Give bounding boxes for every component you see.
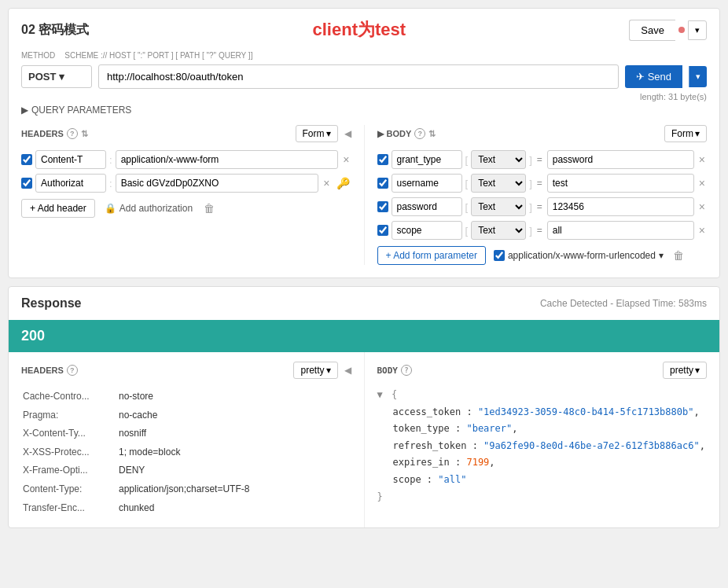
resp-header-key-5: X-Frame-Opti... <box>23 462 117 480</box>
body-2-value[interactable] <box>547 174 694 193</box>
body-trash-icon[interactable]: 🗑 <box>671 248 686 263</box>
send-button[interactable]: ✈ Send <box>625 65 682 88</box>
header-1-checkbox[interactable] <box>21 154 32 165</box>
json-line-token-type: token_type : "bearer", <box>393 421 708 438</box>
api-title: client为test <box>89 18 629 42</box>
body-3-delete-icon[interactable]: × <box>697 199 707 215</box>
url-input[interactable] <box>98 64 619 89</box>
body-3-key[interactable] <box>392 197 462 216</box>
body-info-icon[interactable]: ? <box>414 128 425 139</box>
body-2-checkbox[interactable] <box>377 178 388 189</box>
header-2-checkbox[interactable] <box>21 178 32 189</box>
form-chevron-icon: ▾ <box>326 128 331 139</box>
add-header-button[interactable]: + Add header <box>21 199 95 218</box>
json-line-expires-in: expires_in : 7199, <box>393 454 708 472</box>
headers-collapse-icon[interactable]: ◀ <box>344 128 351 139</box>
json-val-scope: "all" <box>438 474 466 485</box>
query-params-toggle[interactable]: ▶ QUERY PARAMETERS <box>21 105 707 116</box>
encoding-checkbox[interactable] <box>494 250 505 261</box>
body-form-btn[interactable]: Form ▾ <box>664 125 707 142</box>
resp-headers-pretty-btn[interactable]: pretty ▾ <box>293 362 337 379</box>
body-sep-4b: ] <box>529 225 532 237</box>
headers-form-label: Form <box>303 128 325 139</box>
body-4-key[interactable] <box>392 221 462 240</box>
body-2-type-select[interactable]: TextFile <box>471 174 526 193</box>
json-key-expires-in: expires_in <box>393 457 450 468</box>
resp-header-key-6: Content-Type: <box>23 481 117 498</box>
resp-body-pretty-chevron-icon: ▾ <box>695 365 700 376</box>
json-collapse-toggle[interactable]: ▼ { <box>377 387 708 404</box>
json-line-refresh-token: refresh_token : "9a62fe90-8e0d-46be-a7e2… <box>393 438 708 455</box>
method-chevron-icon: ▾ <box>59 71 64 83</box>
encoding-chevron-icon: ▾ <box>659 250 664 261</box>
body-4-value[interactable] <box>547 221 694 240</box>
json-open-brace: { <box>392 389 397 400</box>
add-form-param-button[interactable]: + Add form parameter <box>377 246 486 265</box>
save-group: Save ▾ <box>629 20 707 41</box>
body-sep-4: [ <box>465 225 469 237</box>
status-code: 200 <box>21 328 45 344</box>
query-params-label: QUERY PARAMETERS <box>31 105 131 116</box>
add-auth-link[interactable]: 🔒 Add authorization <box>105 203 193 214</box>
header-actions-row: + Add header 🔒 Add authorization 🗑 <box>21 199 351 218</box>
resp-headers-collapse-icon[interactable]: ◀ <box>344 365 351 376</box>
body-3-checkbox[interactable] <box>377 201 388 212</box>
body-eq-1: = <box>535 154 544 165</box>
body-4-delete-icon[interactable]: × <box>697 222 707 238</box>
response-headers-panel: HEADERS ? pretty ▾ ◀ Cache-Contro... no-… <box>9 352 365 527</box>
json-val-token-type: "bearer" <box>466 423 512 434</box>
json-viewer: ▼ { access_token : "1ed34923-3059-48c0-b… <box>377 387 708 505</box>
body-1-key[interactable] <box>392 150 462 169</box>
header-2-value[interactable] <box>116 174 319 193</box>
length-info: length: 31 byte(s) <box>21 92 707 101</box>
body-3-type-select[interactable]: TextFile <box>471 197 526 216</box>
json-colon-4: : <box>455 457 466 468</box>
response-body-panel: BODY ? pretty ▾ ▼ { access_token : <box>365 352 720 527</box>
headers-form-btn[interactable]: Form ▾ <box>296 125 338 142</box>
body-1-value[interactable] <box>547 150 694 169</box>
header-2-key[interactable] <box>35 174 106 193</box>
json-val-refresh-token: "9a62fe90-8e0d-46be-a7e2-612f3b886ac6" <box>483 440 700 451</box>
resp-header-row-3: X-Content-Ty... nosniff <box>23 425 350 443</box>
body-eq-3: = <box>535 201 544 212</box>
headers-info-icon[interactable]: ? <box>67 128 78 139</box>
json-colon-3: : <box>472 440 483 451</box>
body-2-delete-icon[interactable]: × <box>697 175 707 191</box>
resp-header-val-1: no-store <box>119 388 350 406</box>
header-1-key[interactable] <box>35 150 106 169</box>
json-line-scope: scope : "all" <box>393 472 708 489</box>
body-3-value[interactable] <box>547 197 694 216</box>
body-1-delete-icon[interactable]: × <box>697 152 707 167</box>
body-1-type-select[interactable]: TextFile <box>471 150 526 169</box>
save-button[interactable]: Save <box>629 20 675 41</box>
body-sort-icon[interactable]: ⇅ <box>428 129 436 139</box>
body-4-checkbox[interactable] <box>377 225 388 236</box>
send-dropdown-button[interactable]: ▾ <box>689 66 707 87</box>
resp-header-row-5: X-Frame-Opti... DENY <box>23 462 350 480</box>
body-4-type-select[interactable]: TextFile <box>471 221 526 240</box>
header-2-lock-icon[interactable]: 🔑 <box>335 175 351 191</box>
headers-sort-icon[interactable]: ⇅ <box>81 129 88 139</box>
body-eq-4: = <box>535 225 544 236</box>
header-1-delete-icon[interactable]: × <box>341 152 351 167</box>
status-bar: 200 <box>9 320 719 352</box>
resp-body-pretty-btn[interactable]: pretty ▾ <box>663 362 707 379</box>
headers-title-text: HEADERS <box>21 129 64 138</box>
body-2-key[interactable] <box>392 174 462 193</box>
resp-header-val-5: DENY <box>119 462 350 480</box>
chevron-right-icon: ▶ <box>21 105 28 116</box>
body-collapse-arrow[interactable]: ▶ <box>377 129 384 139</box>
json-key-token-type: token_type <box>393 423 450 434</box>
resp-body-title: BODY <box>377 366 399 376</box>
header-trash-icon[interactable]: 🗑 <box>202 200 216 216</box>
method-select[interactable]: POST ▾ <box>21 65 92 88</box>
save-dropdown-button[interactable]: ▾ <box>688 20 707 40</box>
body-sep-2: [ <box>465 178 469 189</box>
resp-header-val-4: 1; mode=block <box>119 444 350 461</box>
resp-body-info-icon[interactable]: ? <box>401 365 412 376</box>
header-1-value[interactable] <box>116 150 339 169</box>
request-panel: 02 密码模式 client为test Save ▾ METHOD SCHEME… <box>8 8 720 278</box>
resp-headers-info-icon[interactable]: ? <box>67 365 78 376</box>
header-2-delete-icon[interactable]: × <box>322 175 331 191</box>
body-1-checkbox[interactable] <box>377 154 388 165</box>
